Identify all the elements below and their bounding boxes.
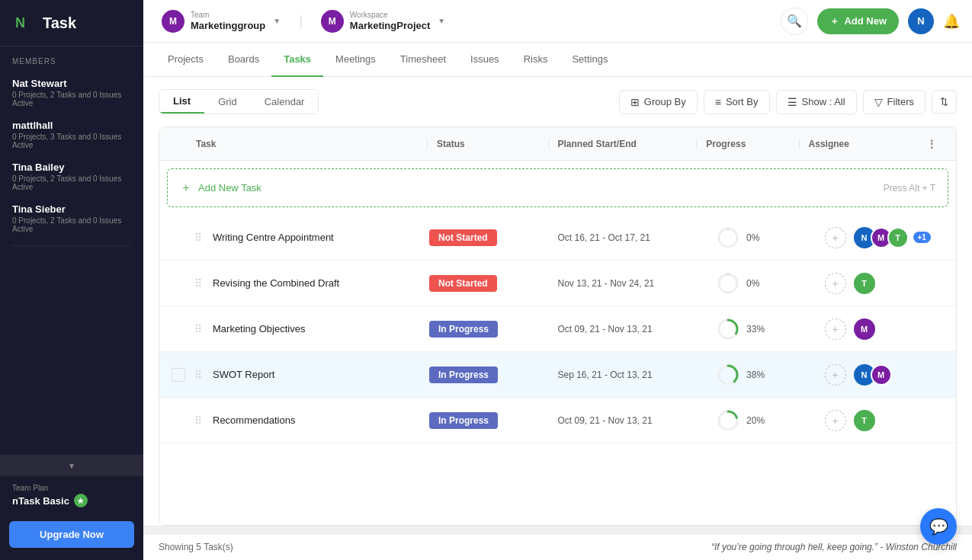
avatar: M [854,318,875,340]
nav-tab-settings[interactable]: Settings [560,43,620,77]
add-task-row[interactable]: ＋ Add New Task Press Alt + T [167,168,948,207]
add-task-label: Add New Task [198,182,261,194]
progress-text: 38% [746,370,765,380]
sort-by-button[interactable]: ≡ Sort By [704,90,770,114]
avatar: T [854,410,875,431]
add-assignee-icon[interactable]: + [825,227,846,248]
status-cell: In Progress [420,412,548,429]
nav-tab-boards[interactable]: Boards [216,43,271,77]
team-chevron-icon: ▼ [273,17,281,25]
status-badge: In Progress [429,321,498,338]
table-row[interactable]: ⠿ Marketing Objectives In Progress Oct 0… [159,306,956,352]
dates-cell: Oct 16, 21 - Oct 17, 21 [549,232,707,243]
star-badge: ★ [74,494,88,507]
task-name: Recommendations [213,414,295,426]
col-progress: Progress [696,139,798,149]
drag-handle-icon: ⠿ [194,277,202,290]
sort-order-button[interactable]: ⇅ [932,90,957,114]
logo-area: N Task [0,0,143,46]
plan-name: nTask Basic ★ [12,494,131,507]
progress-cell: 20% [707,408,815,433]
table-row[interactable]: ⠿ SWOT Report In Progress Sep 16, 21 - O… [159,352,956,398]
avatar: M [871,364,892,386]
workspace-selector[interactable]: M Workspace MarketingProject ▼ [315,7,451,36]
progress-circle-svg [716,226,740,250]
list-view-button[interactable]: List [159,90,204,114]
task-cell: ⠿ SWOT Report [172,368,420,382]
member-desc: 0 Projects, 2 Tasks and 0 Issues Active [12,91,131,107]
sidebar-member-item[interactable]: Tina Bailey 0 Projects, 2 Tasks and 0 Is… [0,155,143,197]
filters-button[interactable]: ▽ Filters [863,90,925,114]
sort-icon: ≡ [715,96,721,108]
horizontal-scrollbar[interactable] [143,526,972,533]
nav-tab-tasks[interactable]: Tasks [271,43,323,77]
showing-count: Showing 5 Task(s) [159,542,233,552]
status-badge: In Progress [429,366,498,383]
progress-text: 20% [746,415,765,426]
show-button[interactable]: ☰ Show : All [776,90,857,114]
table-row[interactable]: ⠿ Recommendations In Progress Oct 09, 21… [159,398,956,443]
sidebar-member-item[interactable]: Nat Stewart 0 Projects, 2 Tasks and 0 Is… [0,72,143,114]
assignee-cell: +NMT+1 [816,227,944,248]
nav-tab-projects[interactable]: Projects [156,43,216,77]
grid-view-button[interactable]: Grid [204,90,251,114]
content-footer: Showing 5 Task(s) “If you’re going throu… [143,533,972,560]
svg-point-2 [719,229,737,247]
add-assignee-icon[interactable]: + [825,273,846,294]
svg-point-4 [719,274,737,293]
status-cell: Not Started [420,275,548,292]
topbar-right: 🔍 ＋ Add New N 🔔 [781,8,960,35]
task-cell: ⠿ Marketing Objectives [172,323,420,335]
col-status: Status [427,139,547,149]
team-type: Team [191,11,265,20]
col-more[interactable]: ⋮ [919,139,944,149]
sidebar-member-item[interactable]: mattlhall 0 Projects, 3 Tasks and 0 Issu… [0,114,143,155]
team-selector[interactable]: M Team Marketinggroup ▼ [156,7,287,36]
row-checkbox[interactable] [172,368,185,382]
svg-text:N: N [15,15,25,30]
group-by-button[interactable]: ⊞ Group By [619,90,698,114]
sidebar-member-item[interactable]: Tina Sieber 0 Projects, 2 Tasks and 0 Is… [0,197,143,239]
chat-button[interactable]: 💬 [920,508,957,545]
workspace-name: MarketingProject [350,20,430,32]
assignee-cell: +NM [816,364,944,386]
progress-cell: 33% [707,317,815,341]
task-cell: ⠿ Writing Centre Appointment [172,232,420,244]
sort-order-icon: ⇅ [940,96,948,107]
search-button[interactable]: 🔍 [781,8,808,35]
dates-cell: Sep 16, 21 - Oct 13, 21 [549,370,707,380]
task-rows: ⠿ Writing Centre Appointment Not Started… [159,215,956,443]
progress-circle-svg [716,363,740,387]
add-assignee-icon[interactable]: + [825,364,846,386]
add-assignee-icon[interactable]: + [825,410,846,431]
status-cell: In Progress [420,321,548,338]
add-new-button[interactable]: ＋ Add New [817,8,899,34]
nav-tab-issues[interactable]: Issues [458,43,512,77]
content-area: List Grid Calendar ⊞ Group By ≡ Sort By … [143,77,972,526]
progress-cell: 0% [707,226,815,250]
progress-circle-svg [716,317,740,341]
sidebar: N Task MEMBERS Nat Stewart 0 Projects, 2… [0,0,143,560]
drag-handle-icon: ⠿ [194,323,202,335]
status-badge: In Progress [429,412,498,429]
add-assignee-icon[interactable]: + [825,318,846,340]
separator: | [299,13,303,29]
member-desc: 0 Projects, 3 Tasks and 0 Issues Active [12,133,131,149]
progress-cell: 38% [707,363,815,387]
upgrade-button[interactable]: Upgrade Now [9,521,134,548]
drag-handle-icon: ⠿ [194,414,202,427]
workspace-chevron-icon: ▼ [438,17,445,25]
notification-button[interactable]: 🔔 [943,13,960,30]
calendar-view-button[interactable]: Calendar [251,90,319,114]
progress-circle-svg [716,271,740,296]
nav-tab-timesheet[interactable]: Timesheet [388,43,458,77]
filter-icon: ▽ [874,96,883,108]
user-avatar[interactable]: N [908,8,934,34]
nav-tab-meetings[interactable]: Meetings [323,43,388,77]
table-row[interactable]: ⠿ Revising the Combined Draft Not Starte… [159,261,956,306]
collapse-button[interactable] [0,456,143,476]
toolbar: List Grid Calendar ⊞ Group By ≡ Sort By … [159,89,957,114]
nav-tab-risks[interactable]: Risks [512,43,560,77]
group-by-icon: ⊞ [630,96,640,108]
table-row[interactable]: ⠿ Writing Centre Appointment Not Started… [159,215,956,261]
